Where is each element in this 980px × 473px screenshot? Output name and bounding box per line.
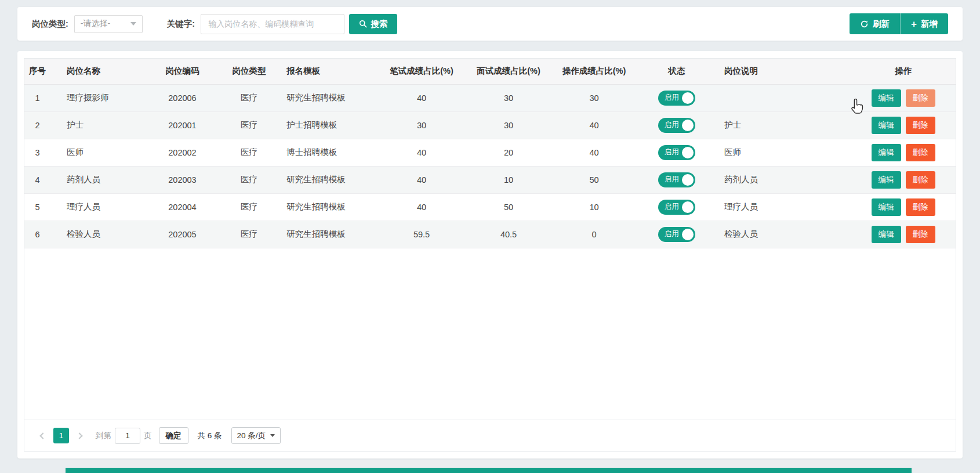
cell-interview-score: 10 (465, 166, 552, 193)
position-table: 序号岗位名称岗位编码岗位类型报名模板笔试成绩占比(%)面试成绩占比(%)操作成绩… (24, 59, 956, 248)
column-header: 笔试成绩占比(%) (378, 59, 465, 84)
cell-operation-score: 40 (552, 139, 636, 166)
cell-actions: 编辑删除 (851, 111, 956, 139)
delete-button[interactable]: 删除 (906, 117, 935, 134)
status-toggle[interactable]: 启用 (658, 118, 695, 133)
cell-position-type: 医疗 (219, 221, 280, 248)
cell-index: 1 (24, 84, 50, 111)
cell-position-code: 202002 (146, 139, 219, 166)
column-header: 序号 (24, 59, 50, 84)
cell-written-score: 40 (378, 166, 465, 193)
cell-status: 启用 (636, 84, 717, 111)
keyword-label: 关键字: (167, 19, 195, 30)
toggle-knob (682, 229, 694, 240)
edit-button[interactable]: 编辑 (872, 226, 901, 243)
edit-button[interactable]: 编辑 (872, 144, 901, 161)
cell-status: 启用 (636, 111, 717, 139)
caret-down-icon (130, 22, 136, 26)
add-button[interactable]: + 新增 (900, 13, 948, 34)
edit-button[interactable]: 编辑 (872, 171, 901, 189)
cell-position-type: 医疗 (219, 84, 280, 111)
cell-template: 博士招聘模板 (280, 139, 378, 166)
filter-bar: 岗位类型: -请选择- 关键字: 搜索 刷新 + 新增 (17, 7, 963, 41)
delete-button[interactable]: 删除 (906, 171, 935, 189)
cell-interview-score: 30 (465, 111, 552, 139)
goto-page-input[interactable] (115, 428, 140, 444)
cell-position-code: 202001 (146, 111, 219, 139)
status-toggle[interactable]: 启用 (658, 172, 695, 187)
delete-button[interactable]: 删除 (906, 89, 935, 107)
page-size-value: 20 条/页 (237, 431, 266, 441)
cell-actions: 编辑删除 (851, 193, 956, 221)
table-row: 5理疗人员202004医疗研究生招聘模板405010启用理疗人员编辑删除 (24, 193, 956, 221)
cell-operation-score: 30 (552, 84, 636, 111)
cell-interview-score: 20 (465, 139, 552, 166)
delete-button[interactable]: 删除 (906, 144, 935, 161)
cell-description: 理疗人员 (717, 193, 851, 221)
column-header: 状态 (636, 59, 717, 84)
search-icon (359, 20, 367, 28)
cell-status: 启用 (636, 193, 717, 221)
cell-operation-score: 50 (552, 166, 636, 193)
cell-status: 启用 (636, 221, 717, 248)
cell-written-score: 59.5 (378, 221, 465, 248)
status-toggle[interactable]: 启用 (658, 227, 695, 242)
status-toggle-label: 启用 (665, 147, 679, 157)
edit-button[interactable]: 编辑 (872, 198, 901, 216)
delete-button[interactable]: 删除 (906, 198, 935, 216)
page-number-button[interactable]: 1 (53, 428, 69, 443)
cell-actions: 编辑删除 (851, 166, 956, 193)
search-button[interactable]: 搜索 (349, 14, 397, 34)
cell-operation-score: 0 (552, 221, 636, 248)
cell-interview-score: 30 (465, 84, 552, 111)
position-table-card: 序号岗位名称岗位编码岗位类型报名模板笔试成绩占比(%)面试成绩占比(%)操作成绩… (17, 51, 963, 458)
cell-position-code: 202005 (146, 221, 219, 248)
cell-operation-score: 10 (552, 193, 636, 221)
total-count-label: 共 6 条 (198, 431, 222, 441)
position-type-select[interactable]: -请选择- (74, 15, 143, 33)
position-type-select-value: -请选择- (81, 19, 110, 29)
cell-position-name: 理疗人员 (50, 193, 146, 221)
status-toggle-label: 启用 (665, 175, 679, 185)
confirm-page-button[interactable]: 确定 (159, 427, 188, 444)
refresh-button[interactable]: 刷新 (850, 13, 900, 34)
cell-description: 医师 (717, 139, 851, 166)
cell-written-score: 40 (378, 139, 465, 166)
page-size-select[interactable]: 20 条/页 (231, 427, 281, 444)
cell-operation-score: 40 (552, 111, 636, 139)
cell-written-score: 30 (378, 111, 465, 139)
pagination-bar: 1 到第 页 确定 共 6 条 20 条/页 (24, 420, 956, 451)
edit-button[interactable]: 编辑 (872, 117, 901, 134)
table-row: 4药剂人员202003医疗研究生招聘模板401050启用药剂人员编辑删除 (24, 166, 956, 193)
status-toggle[interactable]: 启用 (658, 91, 695, 106)
edit-button[interactable]: 编辑 (872, 89, 901, 107)
cell-position-type: 医疗 (219, 139, 280, 166)
table-row: 1理疗摄影师202006医疗研究生招聘模板403030启用编辑删除 (24, 84, 956, 111)
cell-interview-score: 40.5 (465, 221, 552, 248)
cell-description: 护士 (717, 111, 851, 139)
status-toggle-label: 启用 (665, 229, 679, 239)
cell-index: 2 (24, 111, 50, 139)
table-row: 6检验人员202005医疗研究生招聘模板59.540.50启用检验人员编辑删除 (24, 221, 956, 248)
column-header: 岗位说明 (717, 59, 851, 84)
cell-actions: 编辑删除 (851, 139, 956, 166)
cell-template: 研究生招聘模板 (280, 166, 378, 193)
status-toggle[interactable]: 启用 (658, 145, 695, 160)
cell-position-name: 医师 (50, 139, 146, 166)
cell-actions: 编辑删除 (851, 84, 956, 111)
delete-button[interactable]: 删除 (906, 226, 935, 243)
prev-page-button[interactable] (36, 428, 50, 443)
next-page-button[interactable] (72, 428, 86, 443)
cell-position-name: 药剂人员 (50, 166, 146, 193)
column-header: 岗位类型 (219, 59, 280, 84)
toggle-knob (682, 174, 694, 186)
table-row: 3医师202002医疗博士招聘模板402040启用医师编辑删除 (24, 139, 956, 166)
position-type-label: 岗位类型: (32, 19, 68, 30)
refresh-button-label: 刷新 (873, 19, 890, 30)
chevron-right-icon (76, 432, 82, 439)
keyword-input[interactable] (201, 14, 344, 34)
cell-description: 药剂人员 (717, 166, 851, 193)
column-header: 岗位编码 (146, 59, 219, 84)
table-body: 1理疗摄影师202006医疗研究生招聘模板403030启用编辑删除2护士2020… (24, 84, 956, 248)
status-toggle[interactable]: 启用 (658, 200, 695, 215)
